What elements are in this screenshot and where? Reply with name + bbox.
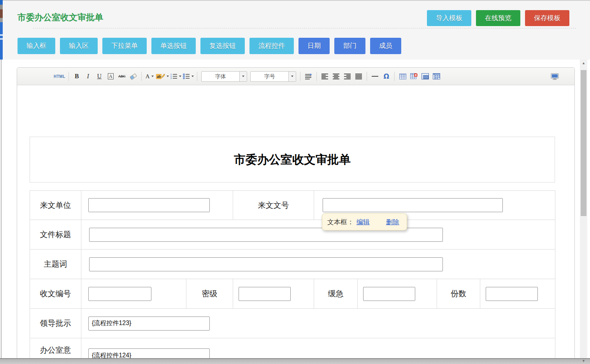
field-label: 收文编号 — [30, 279, 81, 309]
receipt-number-input[interactable] — [88, 287, 151, 301]
add-input-box-button[interactable]: 输入框 — [18, 38, 55, 54]
window-bottom-edge — [0, 358, 590, 364]
align-center-icon[interactable] — [331, 71, 341, 82]
window-edge-strip — [0, 0, 3, 60]
add-department-button[interactable]: 部门 — [334, 38, 365, 54]
cell-properties-icon[interactable] — [432, 71, 441, 82]
table-properties-icon[interactable] — [420, 71, 430, 82]
leader-instructions-input[interactable] — [88, 317, 210, 331]
window-left-border — [1, 60, 2, 364]
incoming-doc-number-input[interactable] — [323, 198, 503, 212]
field-label: 来文文号 — [233, 191, 314, 220]
field-label: 领导批示 — [30, 309, 81, 338]
field-label: 缓急 — [314, 279, 358, 309]
align-justify-icon[interactable] — [354, 71, 363, 82]
underline-icon[interactable]: U — [95, 71, 104, 82]
svg-text:3: 3 — [170, 77, 172, 79]
highlight-pen-icon[interactable]: ab — [156, 71, 169, 82]
online-preview-button[interactable]: 在线预览 — [476, 10, 520, 26]
toolbar-separator — [68, 72, 69, 81]
toolbar-separator — [394, 72, 395, 81]
chevron-down-icon — [167, 76, 169, 77]
control-palette: 输入框 输入区 下拉菜单 单选按钮 复选按钮 流程控件 日期 部门 成员 — [18, 38, 401, 54]
italic-icon[interactable]: I — [83, 71, 93, 82]
horizontal-rule-icon[interactable] — [370, 71, 380, 82]
boxed-a-icon[interactable]: A — [106, 71, 116, 82]
special-character-icon[interactable]: Ω — [381, 71, 391, 82]
editor-toolbar: HTML B I U A ABC A ab 123 — [17, 68, 574, 85]
secrecy-level-input[interactable] — [239, 287, 291, 301]
field-label: 主题词 — [30, 250, 81, 279]
toolbar-separator — [300, 72, 300, 81]
insert-table-icon[interactable] — [398, 71, 407, 82]
toolbar-separator — [197, 72, 197, 81]
add-checkbox-button[interactable]: 复选按钮 — [200, 38, 245, 54]
scroll-down-arrow-icon[interactable]: ▼ — [580, 357, 587, 364]
tooltip-label: 文本框： — [327, 218, 354, 227]
field-label: 份数 — [437, 279, 480, 309]
ordered-list-icon[interactable]: 123 — [170, 71, 181, 82]
add-textarea-button[interactable]: 输入区 — [60, 38, 98, 54]
table-row: 来文单位 来文文号 — [30, 191, 555, 220]
bold-icon[interactable]: B — [72, 71, 82, 82]
table-row: 收文编号 密级 缓急 份数 — [30, 279, 555, 309]
align-right-icon[interactable] — [342, 71, 352, 82]
table-row: 领导批示 — [30, 309, 555, 338]
subject-words-input[interactable] — [89, 257, 443, 271]
editor-document[interactable]: 市委办公室收文审批单 来文单位 来文文号 文件标题 主题 — [17, 85, 574, 364]
align-left-icon[interactable] — [320, 71, 330, 82]
rich-text-editor: HTML B I U A ABC A ab 123 — [17, 67, 575, 364]
indent-icon[interactable] — [304, 71, 313, 82]
add-date-button[interactable]: 日期 — [299, 38, 330, 54]
vertical-scrollbar[interactable]: ▲ — [580, 60, 587, 364]
delete-field-link[interactable]: 删除 — [386, 218, 399, 227]
header: 市委办公室收文审批单 导入模板 在线预览 保存模板 输入框 输入区 下拉菜单 单… — [0, 0, 590, 60]
font-family-select[interactable]: 字体 — [201, 71, 247, 82]
header-divider — [33, 28, 576, 28]
form-title-box: 市委办公室收文审批单 — [30, 137, 555, 183]
add-dropdown-button[interactable]: 下拉菜单 — [102, 38, 147, 54]
toolbar-separator — [141, 72, 142, 81]
import-template-button[interactable]: 导入模板 — [427, 10, 471, 26]
font-color-icon[interactable]: A — [145, 71, 155, 82]
delete-table-icon[interactable] — [409, 71, 419, 82]
chevron-down-icon — [288, 72, 296, 81]
html-source-icon[interactable]: HTML — [54, 71, 65, 82]
incoming-unit-input[interactable] — [88, 198, 210, 212]
add-member-button[interactable]: 成员 — [370, 38, 401, 54]
table-row: 主题词 — [30, 250, 555, 279]
page-title: 市委办公室收文审批单 — [18, 12, 103, 23]
scrollbar-thumb[interactable] — [581, 70, 586, 216]
save-template-button[interactable]: 保存模板 — [525, 10, 569, 26]
template-designer-page: 市委办公室收文审批单 导入模板 在线预览 保存模板 输入框 输入区 下拉菜单 单… — [0, 0, 590, 364]
toolbar-separator — [316, 72, 317, 81]
eraser-icon[interactable] — [128, 71, 138, 82]
urgency-input[interactable] — [363, 287, 415, 301]
field-action-tooltip: 文本框： 编辑 删除 — [322, 213, 407, 230]
chevron-down-icon — [191, 76, 194, 77]
form-title: 市委办公室收文审批单 — [234, 152, 351, 168]
add-flow-control-button[interactable]: 流程控件 — [249, 38, 294, 54]
chevron-down-icon — [151, 76, 154, 77]
unordered-list-icon[interactable] — [183, 71, 194, 82]
copies-count-input[interactable] — [486, 287, 538, 301]
table-row: 文件标题 — [30, 220, 555, 250]
edit-field-link[interactable]: 编辑 — [356, 218, 370, 227]
chevron-down-icon — [179, 76, 181, 77]
field-label: 来文单位 — [30, 191, 81, 220]
field-label: 文件标题 — [30, 220, 81, 250]
add-radio-button[interactable]: 单选按钮 — [151, 38, 196, 54]
strikethrough-icon[interactable]: ABC — [117, 71, 127, 82]
form-table: 来文单位 来文文号 文件标题 主题词 收文编号 密级 — [30, 190, 555, 364]
field-label: 密级 — [186, 279, 233, 309]
fullscreen-icon[interactable] — [550, 71, 560, 82]
chevron-down-icon — [239, 72, 247, 81]
scroll-up-arrow-icon[interactable]: ▲ — [580, 60, 587, 66]
toolbar-separator — [367, 72, 367, 81]
font-size-select[interactable]: 字号 — [250, 71, 296, 82]
header-actions: 导入模板 在线预览 保存模板 — [427, 10, 569, 26]
